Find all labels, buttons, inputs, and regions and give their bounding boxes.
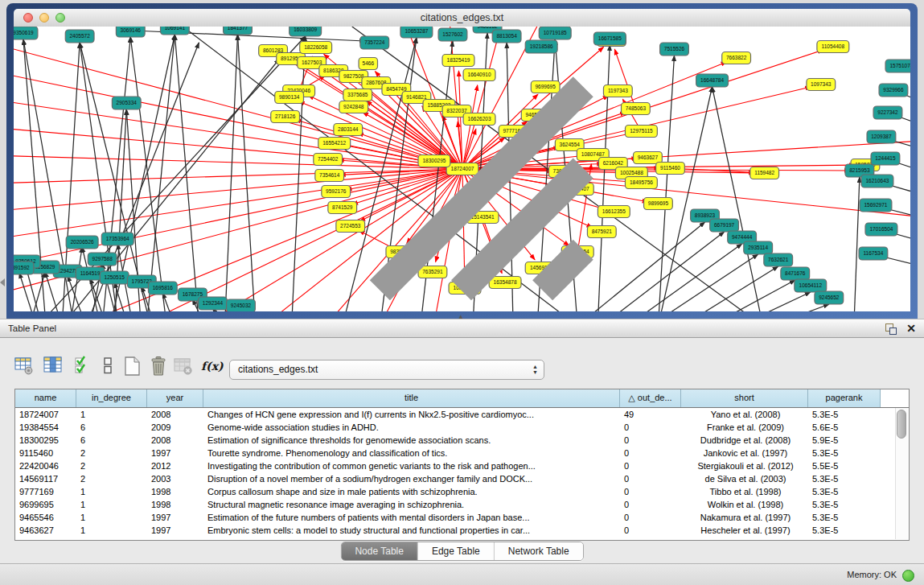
table-cell: Tourette syndrome. Phenomenology and cla…	[203, 447, 620, 459]
table-cell: 2	[76, 472, 147, 485]
table-cell: 2008	[147, 434, 203, 447]
table-settings-icon[interactable]	[14, 356, 35, 378]
table-cell: 19384554	[15, 421, 76, 434]
table-cell: 0	[620, 485, 681, 498]
column-header-name[interactable]: name	[15, 389, 76, 407]
table-row[interactable]: 1830029562008Estimation of significance …	[15, 434, 909, 447]
table-cell: Hescheler et al. (1997)	[681, 524, 808, 537]
table-row[interactable]: 946554611997Estimation of the future num…	[15, 511, 909, 524]
table-cell: 1997	[147, 511, 203, 524]
table-cell: de Silva et al. (2003)	[681, 472, 808, 485]
table-cell: 0	[620, 498, 681, 511]
table-row[interactable]: 977716911998Corpus callosum shape and si…	[15, 485, 909, 498]
tab-network-table[interactable]: Network Table	[495, 542, 583, 560]
column-chooser-icon[interactable]	[43, 356, 64, 378]
table-cell: 5.3E-5	[808, 472, 881, 485]
float-panel-icon[interactable]	[885, 323, 897, 335]
table-cell: 1	[76, 485, 147, 498]
table-row[interactable]: 1456911722003Disruption of a novel membe…	[15, 472, 909, 485]
table-cell: 1	[76, 408, 147, 421]
scrollbar-thumb[interactable]	[897, 410, 906, 439]
table-selector-dropdown[interactable]: citations_edges.txt ▲▼	[229, 360, 544, 380]
table-cell: Wolkin et al. (1998)	[681, 498, 808, 511]
table-cell: 0	[620, 421, 681, 434]
table-cell: 0	[620, 434, 681, 447]
table-cell: 5.3E-5	[808, 524, 881, 537]
column-header-in_degree[interactable]: in_degree	[76, 389, 147, 407]
table-cell: 5.6E-5	[808, 421, 881, 434]
table-cell: 2003	[147, 472, 203, 485]
delete-entries-trash-icon[interactable]	[148, 356, 169, 378]
table-cell: 9465546	[15, 511, 76, 524]
column-header-pagerank[interactable]: pagerank	[808, 389, 881, 407]
close-panel-icon[interactable]: ✕	[906, 322, 916, 336]
table-cell: Genome-wide association studies in ADHD.	[203, 421, 620, 434]
table-cell: 9115460	[15, 447, 76, 459]
table-cell: Tibbo et al. (1998)	[681, 485, 808, 498]
attribute-table: namein_degreeyeartitle△ out_de...shortpa…	[14, 389, 910, 541]
column-header-out_de[interactable]: △ out_de...	[620, 389, 681, 407]
table-panel-title: Table Panel	[8, 319, 56, 338]
dropdown-stepper-icon: ▲▼	[532, 364, 538, 375]
table-cell: 5.3E-5	[808, 408, 881, 421]
table-cell: 5.3E-5	[808, 511, 881, 524]
delete-table-icon-disabled[interactable]	[174, 356, 195, 378]
table-cell: 2012	[147, 459, 203, 472]
network-canvas[interactable]: 1872400786012838912954182260581627503818…	[14, 27, 910, 311]
table-cell: 5.3E-5	[808, 447, 881, 459]
table-row[interactable]: 946362711997Embryonic stem cells: a mode…	[15, 524, 909, 537]
table-cell: 18724007	[15, 408, 76, 421]
table-cell: 6	[76, 434, 147, 447]
table-cell: 5.5E-5	[808, 459, 881, 472]
select-rows-check-icon[interactable]	[74, 356, 95, 378]
table-body: 1872400712008Changes of HCN gene express…	[15, 408, 909, 537]
table-cell: Yano et al. (2008)	[681, 408, 808, 421]
table-cell: Franke et al. (2009)	[681, 421, 808, 434]
table-cell: 1	[76, 511, 147, 524]
panel-collapse-arrow-icon[interactable]	[0, 278, 5, 286]
table-cell: 2008	[147, 408, 203, 421]
app-root: citations_edges.txt 18724007860128389129…	[0, 0, 924, 585]
table-cell: 49	[620, 408, 681, 421]
table-scrollbar[interactable]	[895, 408, 908, 539]
table-row[interactable]: 2242004622012Investigating the contribut…	[15, 459, 909, 472]
table-cell: Disruption of a novel member of a sodium…	[203, 472, 620, 485]
fx-label: f(x)	[201, 360, 224, 373]
table-cell: Investigating the contribution of common…	[203, 459, 620, 472]
column-header-year[interactable]: year	[147, 389, 203, 407]
table-cell: 0	[620, 472, 681, 485]
table-cell: Estimation of the future numbers of pati…	[203, 511, 620, 524]
table-row[interactable]: 911546021997Tourette syndrome. Phenomeno…	[15, 447, 909, 459]
table-cell: 2009	[147, 421, 203, 434]
table-cell: 2	[76, 447, 147, 459]
row-height-icon[interactable]	[98, 356, 119, 378]
table-row[interactable]: 1938455462009Genome-wide association stu…	[15, 421, 909, 434]
table-cell: 6	[76, 421, 147, 434]
table-cell: Structural magnetic resonance image aver…	[203, 498, 620, 511]
table-cell: 5.3E-5	[808, 485, 881, 498]
table-row[interactable]: 969969511998Structural magnetic resonanc…	[15, 498, 909, 511]
window-titlebar[interactable]: citations_edges.txt	[14, 9, 910, 27]
table-cell: 14569117	[15, 472, 76, 485]
table-cell: Stergiakouli et al. (2012)	[681, 459, 808, 472]
column-header-title[interactable]: title	[203, 389, 620, 407]
table-cell: 0	[620, 459, 681, 472]
table-cell: 1998	[147, 498, 203, 511]
table-row[interactable]: 1872400712008Changes of HCN gene express…	[15, 408, 909, 421]
table-panel-body: f(x) citations_edges.txt ▲▼ namein_degre…	[0, 338, 924, 563]
table-cell: 5.9E-5	[808, 434, 881, 447]
resize-grip-icon[interactable]	[14, 27, 910, 311]
table-cell: Jankovic et al. (1997)	[681, 447, 808, 459]
table-cell: 18300295	[15, 434, 76, 447]
column-header-short[interactable]: short	[681, 389, 808, 407]
table-cell: 0	[620, 524, 681, 537]
table-selector-value: citations_edges.txt	[238, 360, 318, 379]
table-cell: Nakamura et al. (1997)	[681, 511, 808, 524]
function-builder-icon[interactable]: f(x)	[201, 356, 227, 378]
tab-node-table[interactable]: Node Table	[341, 542, 418, 560]
tab-edge-table[interactable]: Edge Table	[418, 542, 495, 560]
table-cell: 1997	[147, 447, 203, 459]
new-table-icon[interactable]	[122, 356, 143, 378]
table-cell: Estimation of significance thresholds fo…	[203, 434, 620, 447]
table-cell: 9777169	[15, 485, 76, 498]
